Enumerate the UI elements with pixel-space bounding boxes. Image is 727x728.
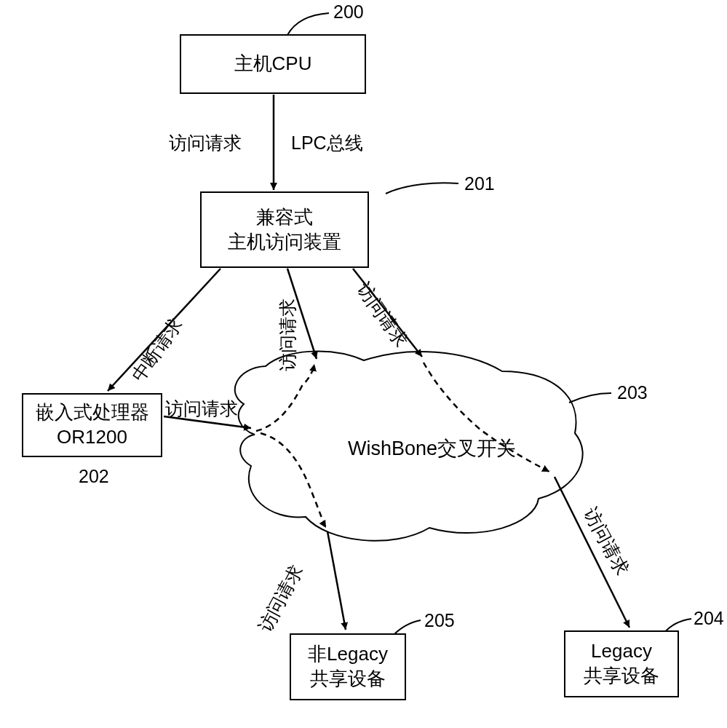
label-access-request-5: 访问请求 bbox=[253, 561, 308, 636]
host-access-line1: 兼容式 bbox=[256, 205, 313, 230]
embedded-line1: 嵌入式处理器 bbox=[36, 400, 149, 425]
ref-201: 201 bbox=[464, 173, 495, 194]
legacy-line2: 共享设备 bbox=[584, 664, 659, 689]
host-cpu-label: 主机CPU bbox=[234, 52, 312, 76]
host-cpu-box: 主机CPU bbox=[180, 34, 366, 94]
ref-202: 202 bbox=[79, 466, 109, 487]
label-access-request-1: 访问请求 bbox=[169, 131, 242, 155]
label-access-request-4: 访问请求 bbox=[165, 397, 238, 421]
legacy-line1: Legacy bbox=[591, 639, 652, 664]
ref-205: 205 bbox=[424, 610, 455, 631]
svg-line-6 bbox=[327, 531, 346, 630]
host-access-line2: 主机访问装置 bbox=[228, 230, 341, 255]
non-legacy-line1: 非Legacy bbox=[308, 642, 388, 667]
crossbar-label: WishBone交叉开关 bbox=[348, 435, 516, 462]
embedded-processor-box: 嵌入式处理器 OR1200 bbox=[22, 393, 162, 457]
host-access-device-box: 兼容式 主机访问装置 bbox=[200, 191, 369, 268]
label-access-request-6: 访问请求 bbox=[579, 504, 634, 579]
embedded-line2: OR1200 bbox=[57, 425, 127, 450]
label-lpc-bus: LPC总线 bbox=[291, 131, 363, 155]
label-interrupt-request: 中断请求 bbox=[126, 313, 187, 387]
ref-203: 203 bbox=[617, 382, 648, 403]
diagram-canvas: 主机CPU 200 访问请求 LPC总线 兼容式 主机访问装置 201 中断请求… bbox=[0, 0, 727, 728]
legacy-device-box: Legacy 共享设备 bbox=[564, 630, 679, 697]
non-legacy-device-box: 非Legacy 共享设备 bbox=[290, 633, 406, 700]
ref-200: 200 bbox=[333, 1, 364, 23]
label-access-request-2: 访问请求 bbox=[276, 298, 300, 371]
diagram-svg bbox=[0, 0, 727, 728]
label-access-request-3: 访问请求 bbox=[351, 278, 413, 352]
ref-204: 204 bbox=[694, 608, 724, 629]
non-legacy-line2: 共享设备 bbox=[310, 667, 386, 692]
